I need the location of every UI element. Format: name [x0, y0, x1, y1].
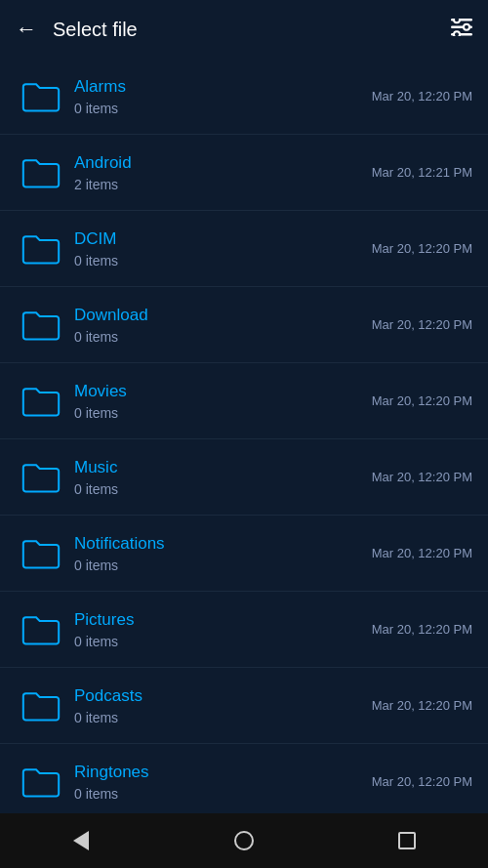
file-info: Android 2 items: [66, 153, 372, 192]
folder-icon: [16, 157, 66, 188]
navigation-bar: [0, 813, 488, 868]
folder-date: Mar 20, 12:20 PM: [372, 317, 472, 332]
folder-date: Mar 20, 12:20 PM: [372, 622, 472, 637]
folder-count: 0 items: [74, 253, 372, 269]
list-item[interactable]: Pictures 0 items Mar 20, 12:20 PM: [0, 592, 488, 668]
app-header: ← Select file: [0, 0, 488, 59]
list-item[interactable]: Alarms 0 items Mar 20, 12:20 PM: [0, 59, 488, 135]
folder-date: Mar 20, 12:20 PM: [372, 546, 472, 560]
folder-name: Movies: [74, 382, 372, 401]
folder-date: Mar 20, 12:20 PM: [372, 89, 472, 103]
folder-date: Mar 20, 12:20 PM: [372, 698, 472, 713]
svg-point-5: [454, 31, 460, 36]
list-item[interactable]: Ringtones 0 items Mar 20, 12:20 PM: [0, 744, 488, 813]
folder-icon: [16, 614, 66, 645]
folder-count: 0 items: [74, 558, 372, 573]
file-info: Ringtones 0 items: [66, 763, 372, 802]
folder-icon: [16, 462, 66, 493]
folder-count: 0 items: [74, 101, 372, 116]
folder-name: Notifications: [74, 534, 372, 554]
svg-point-3: [454, 19, 460, 22]
folder-count: 0 items: [74, 329, 372, 345]
page-title: Select file: [53, 19, 138, 41]
list-item[interactable]: Android 2 items Mar 20, 12:21 PM: [0, 135, 488, 211]
file-info: Pictures 0 items: [66, 610, 372, 649]
folder-date: Mar 20, 12:21 PM: [372, 165, 472, 180]
folder-name: Podcasts: [74, 686, 372, 706]
folder-name: Ringtones: [74, 763, 372, 782]
folder-count: 0 items: [74, 710, 372, 725]
list-item[interactable]: Music 0 items Mar 20, 12:20 PM: [0, 439, 488, 516]
folder-name: Pictures: [74, 610, 372, 630]
folder-count: 0 items: [74, 481, 372, 497]
file-info: Movies 0 items: [66, 382, 372, 421]
file-info: Alarms 0 items: [66, 77, 372, 116]
folder-icon: [16, 690, 66, 722]
folder-icon: [16, 766, 66, 798]
folder-name: Android: [74, 153, 372, 173]
back-button[interactable]: ←: [16, 17, 37, 42]
file-list: Alarms 0 items Mar 20, 12:20 PM Android …: [0, 59, 488, 813]
file-info: Music 0 items: [66, 458, 372, 497]
file-info: Notifications 0 items: [66, 534, 372, 573]
list-item[interactable]: Download 0 items Mar 20, 12:20 PM: [0, 287, 488, 363]
svg-point-4: [464, 23, 469, 29]
file-info: Download 0 items: [66, 306, 372, 345]
nav-recents-button[interactable]: [384, 817, 430, 864]
list-item[interactable]: Notifications 0 items Mar 20, 12:20 PM: [0, 516, 488, 592]
file-info: Podcasts 0 items: [66, 686, 372, 725]
folder-count: 0 items: [74, 634, 372, 649]
folder-name: Music: [74, 458, 372, 477]
folder-icon: [16, 233, 66, 265]
folder-date: Mar 20, 12:20 PM: [372, 241, 472, 256]
folder-name: Alarms: [74, 77, 372, 97]
folder-icon: [16, 310, 66, 341]
folder-date: Mar 20, 12:20 PM: [372, 470, 472, 484]
folder-count: 2 items: [74, 177, 372, 192]
header-left: ← Select file: [16, 17, 138, 42]
nav-home-button[interactable]: [221, 817, 267, 864]
list-item[interactable]: Podcasts 0 items Mar 20, 12:20 PM: [0, 668, 488, 744]
filter-button[interactable]: [451, 19, 472, 41]
list-item[interactable]: DCIM 0 items Mar 20, 12:20 PM: [0, 211, 488, 287]
folder-name: DCIM: [74, 229, 372, 249]
folder-count: 0 items: [74, 786, 372, 802]
folder-date: Mar 20, 12:20 PM: [372, 774, 472, 789]
list-item[interactable]: Movies 0 items Mar 20, 12:20 PM: [0, 363, 488, 439]
folder-icon: [16, 386, 66, 417]
folder-count: 0 items: [74, 405, 372, 421]
folder-icon: [16, 538, 66, 569]
file-info: DCIM 0 items: [66, 229, 372, 269]
folder-date: Mar 20, 12:20 PM: [372, 393, 472, 408]
folder-name: Download: [74, 306, 372, 325]
folder-icon: [16, 81, 66, 112]
nav-back-button[interactable]: [58, 817, 104, 864]
